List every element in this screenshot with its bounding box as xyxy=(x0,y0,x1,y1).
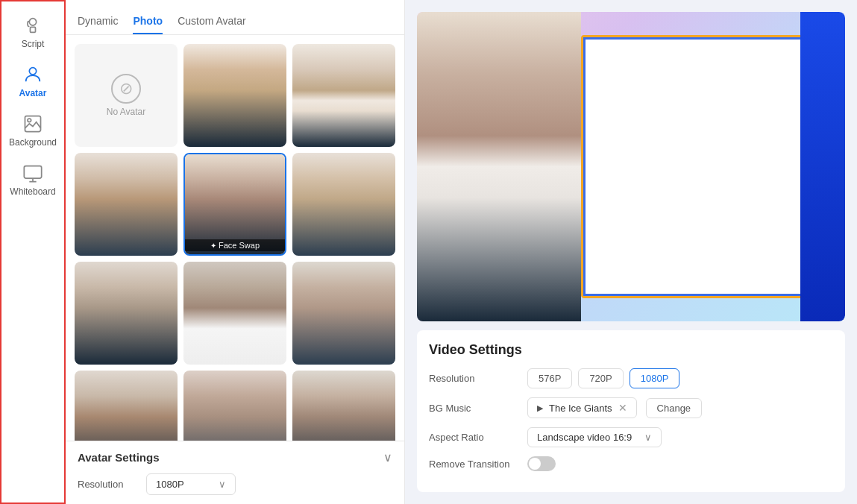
avatar-cell-no-avatar[interactable]: ⊘ No Avatar xyxy=(75,44,178,147)
sidebar-script-label: Script xyxy=(22,39,45,49)
avatar-cell-8[interactable] xyxy=(292,262,395,365)
resolution-label: Resolution xyxy=(429,373,518,384)
avatar-cell-1[interactable] xyxy=(183,44,286,147)
resolution-1080p-btn[interactable]: 1080P xyxy=(630,368,680,388)
preview-avatar-figure xyxy=(417,12,581,321)
sidebar-avatar-label: Avatar xyxy=(19,88,47,98)
svg-point-0 xyxy=(29,19,36,25)
avatar-cell-4-selected[interactable]: ✦ Face Swap xyxy=(183,153,286,256)
resolution-buttons: 576P 720P 1080P xyxy=(527,368,679,388)
face-swap-label: ✦ Face Swap xyxy=(185,239,285,251)
aspect-ratio-label: Aspect Ratio xyxy=(429,432,518,443)
resolution-576p-btn[interactable]: 576P xyxy=(527,368,572,388)
svg-point-2 xyxy=(29,68,36,75)
chevron-down-icon: ∨ xyxy=(383,450,392,464)
sidebar-item-script[interactable]: Script xyxy=(1,7,64,57)
face-swap-text: Face Swap xyxy=(219,241,260,250)
sidebar: Script Avatar Background Whiteboard xyxy=(0,0,66,504)
avatar-cell-2[interactable] xyxy=(292,44,395,147)
aspect-ratio-select[interactable]: Landscape video 16:9 ∨ xyxy=(527,427,662,447)
dropdown-chevron-icon: ∨ xyxy=(219,479,226,490)
resolution-row: Resolution 576P 720P 1080P xyxy=(429,368,833,388)
video-settings-panel: Video Settings Resolution 576P 720P 1080… xyxy=(417,330,845,492)
svg-point-4 xyxy=(28,119,31,122)
music-player-box[interactable]: ▶ The Ice Giants ✕ xyxy=(527,397,637,418)
tab-photo[interactable]: Photo xyxy=(133,9,163,34)
avatar-grid: ⊘ No Avatar xyxy=(75,44,395,441)
sidebar-item-background[interactable]: Background xyxy=(1,106,64,155)
play-icon: ▶ xyxy=(537,403,543,413)
remove-transition-row: Remove Transition xyxy=(429,456,833,471)
blue-accent-decoration xyxy=(800,12,845,321)
avatar-settings-header[interactable]: Avatar Settings ∨ xyxy=(78,450,392,464)
face-swap-icon: ✦ xyxy=(210,242,216,250)
music-close-icon[interactable]: ✕ xyxy=(618,402,627,414)
avatar-cell-5[interactable] xyxy=(292,153,395,256)
preview-background xyxy=(417,12,845,321)
avatar-settings-section: Avatar Settings ∨ Resolution 1080P ∨ xyxy=(66,441,404,504)
avatar-panel: Dynamic Photo Custom Avatar ⊘ No Avatar xyxy=(66,0,405,504)
main-content: Dynamic Photo Custom Avatar ⊘ No Avatar xyxy=(66,0,857,504)
bg-music-label: BG Music xyxy=(429,403,518,414)
sidebar-item-whiteboard[interactable]: Whiteboard xyxy=(1,155,64,204)
avatar-cell-7[interactable] xyxy=(183,262,286,365)
video-settings-title: Video Settings xyxy=(429,342,833,358)
avatar-cell-11[interactable]: VIP xyxy=(292,371,395,441)
svg-rect-5 xyxy=(24,166,41,178)
script-icon xyxy=(22,15,43,36)
avatar-cell-6[interactable] xyxy=(75,262,178,365)
svg-rect-1 xyxy=(31,27,36,32)
avatar-icon xyxy=(22,64,43,85)
background-icon xyxy=(22,113,43,134)
right-panel: Video Settings Resolution 576P 720P 1080… xyxy=(405,0,857,504)
avatar-resolution-row: Resolution 1080P ∨ xyxy=(78,473,392,495)
aspect-ratio-row: Aspect Ratio Landscape video 16:9 ∨ xyxy=(429,427,833,447)
tab-bar: Dynamic Photo Custom Avatar xyxy=(66,0,404,35)
avatar-cell-10[interactable] xyxy=(183,371,286,441)
music-track-name: The Ice Giants xyxy=(549,403,612,414)
no-avatar-label: No Avatar xyxy=(107,107,145,117)
resolution-720p-btn[interactable]: 720P xyxy=(578,368,623,388)
aspect-ratio-chevron-icon: ∨ xyxy=(644,432,652,443)
remove-transition-toggle[interactable] xyxy=(527,456,556,471)
tab-custom-avatar[interactable]: Custom Avatar xyxy=(178,9,246,34)
whiteboard-icon xyxy=(22,163,43,183)
change-music-btn[interactable]: Change xyxy=(646,398,703,418)
sidebar-item-avatar[interactable]: Avatar xyxy=(1,57,64,106)
avatar-resolution-value: 1080P xyxy=(156,479,184,490)
preview-area xyxy=(417,12,845,321)
avatar-settings-title: Avatar Settings xyxy=(78,451,159,464)
avatar-resolution-select[interactable]: 1080P ∨ xyxy=(146,473,236,495)
no-avatar-circle: ⊘ xyxy=(111,74,141,104)
avatar-cell-3[interactable] xyxy=(75,153,178,256)
tab-dynamic[interactable]: Dynamic xyxy=(78,9,118,34)
avatar-grid-container: ⊘ No Avatar xyxy=(66,35,404,441)
avatar-resolution-label: Resolution xyxy=(78,479,137,490)
bg-music-row: BG Music ▶ The Ice Giants ✕ Change xyxy=(429,397,833,418)
remove-transition-label: Remove Transition xyxy=(429,459,518,470)
aspect-ratio-value: Landscape video 16:9 xyxy=(537,432,632,443)
avatar-cell-9[interactable] xyxy=(75,371,178,441)
sidebar-background-label: Background xyxy=(9,137,57,148)
sidebar-whiteboard-label: Whiteboard xyxy=(10,186,55,197)
